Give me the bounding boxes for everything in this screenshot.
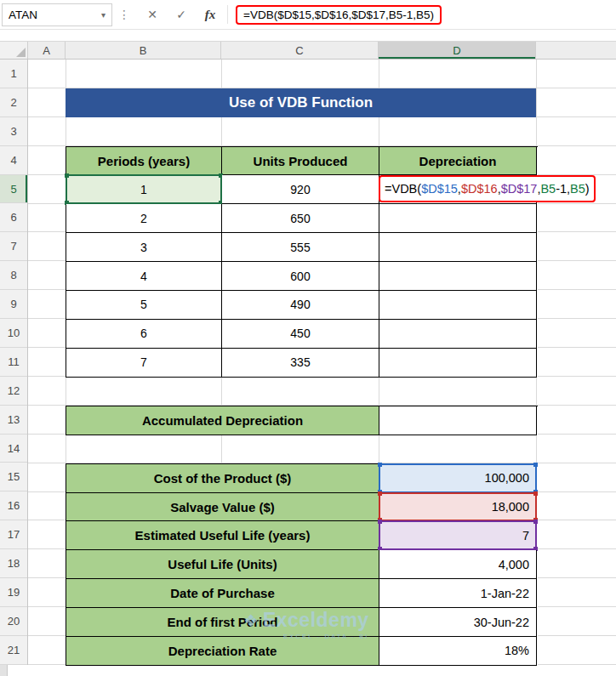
label-depreciation-rate-cell[interactable]: Depreciation Rate bbox=[66, 637, 379, 666]
row-header-12[interactable]: 12 bbox=[0, 377, 27, 406]
cell-value: 5 bbox=[140, 298, 147, 311]
cell-d6[interactable] bbox=[379, 204, 537, 233]
cell-value: 490 bbox=[290, 298, 310, 311]
header-periods-cell[interactable]: Periods (years) bbox=[66, 147, 222, 176]
label-cost-cell[interactable]: Cost of the Product ($) bbox=[66, 464, 379, 493]
cell-d21[interactable]: 18% bbox=[379, 637, 537, 666]
cell-d11[interactable] bbox=[379, 349, 537, 378]
cell-d7[interactable] bbox=[379, 233, 537, 262]
table-row: Date of Purchase 1-Jan-22 bbox=[66, 579, 538, 608]
table-row: 6 450 bbox=[66, 320, 538, 349]
cell-d18[interactable]: 4,000 bbox=[379, 550, 537, 579]
row-header-15[interactable]: 15 bbox=[0, 463, 27, 491]
cell-c10[interactable]: 450 bbox=[222, 320, 379, 349]
cell-b7[interactable]: 3 bbox=[66, 233, 222, 262]
row-header-3[interactable]: 3 bbox=[0, 117, 27, 146]
cancel-icon[interactable]: ✕ bbox=[138, 8, 167, 21]
row-header-19[interactable]: 19 bbox=[0, 578, 27, 607]
cell-b11[interactable]: 7 bbox=[66, 349, 222, 378]
cell-value: 1-Jan-22 bbox=[481, 587, 529, 600]
col-header-a[interactable]: A bbox=[28, 42, 66, 59]
row-header-10[interactable]: 10 bbox=[0, 319, 27, 348]
table-row: Accumulated Depreciation bbox=[66, 406, 538, 435]
cell-b10[interactable]: 6 bbox=[66, 320, 222, 349]
row-header-16[interactable]: 16 bbox=[0, 491, 27, 520]
formula-segment: $D$15 bbox=[421, 182, 458, 196]
cell-b5-selected[interactable]: 1 bbox=[66, 175, 222, 204]
row-header-4[interactable]: 4 bbox=[0, 146, 27, 175]
header-depreciation-cell[interactable]: Depreciation bbox=[379, 147, 537, 176]
column-headers: A B C D bbox=[0, 41, 616, 60]
cell-d16[interactable]: 18,000 bbox=[379, 493, 537, 522]
row-header-7[interactable]: 7 bbox=[0, 232, 27, 261]
row-header-2[interactable]: 2 bbox=[0, 88, 27, 117]
table-row: 2 650 bbox=[66, 204, 538, 233]
header-units-cell[interactable]: Units Produced bbox=[222, 147, 379, 176]
cell-value: 335 bbox=[290, 355, 310, 369]
col-header-d[interactable]: D bbox=[379, 42, 536, 59]
table-row: 7 335 bbox=[66, 349, 538, 378]
separator bbox=[227, 5, 228, 24]
formula-segment: $D$17 bbox=[501, 182, 538, 196]
row-header-20[interactable]: 20 bbox=[0, 607, 27, 636]
label-useful-life-years-cell[interactable]: Estimated Useful Life (years) bbox=[66, 521, 379, 550]
row-header-13[interactable]: 13 bbox=[0, 406, 27, 435]
cell-d8[interactable] bbox=[379, 262, 537, 291]
chevron-down-icon[interactable]: ▾ bbox=[101, 10, 106, 20]
active-cell-formula-overlay[interactable]: =VDB($D$15,$D$16,$D$17,B5-1,B5) bbox=[379, 175, 596, 202]
cell-d15[interactable]: 100,000 bbox=[379, 464, 537, 493]
row-header-6[interactable]: 6 bbox=[0, 203, 27, 232]
cell-b8[interactable]: 4 bbox=[66, 262, 222, 291]
table-row: 3 555 bbox=[66, 233, 538, 262]
table-row: End of first Period 30-Jun-22 bbox=[66, 608, 538, 637]
formula-segment: B5 bbox=[540, 182, 556, 196]
cell-value: 555 bbox=[290, 241, 310, 254]
formula-text: =VDB($D$15,$D$16,$D$17,B5-1,B5) bbox=[243, 9, 434, 21]
cell-c7[interactable]: 555 bbox=[222, 233, 379, 262]
title-banner-cell[interactable]: Use of VDB Function bbox=[66, 88, 536, 117]
col-header-c[interactable]: C bbox=[221, 42, 379, 59]
name-box-value: ATAN bbox=[9, 9, 37, 21]
cell-c6[interactable]: 650 bbox=[222, 204, 379, 233]
row-header-11[interactable]: 11 bbox=[0, 348, 27, 377]
row-header-5[interactable]: 5 bbox=[0, 175, 27, 204]
row-header-9[interactable]: 9 bbox=[0, 290, 27, 319]
cell-d9[interactable] bbox=[379, 291, 537, 320]
selection-handle[interactable] bbox=[533, 463, 538, 467]
row-header-1[interactable]: 1 bbox=[0, 60, 27, 88]
cell-value: 30-Jun-22 bbox=[474, 616, 529, 629]
row-header-21[interactable]: 21 bbox=[0, 636, 27, 665]
cell-d10[interactable] bbox=[379, 320, 537, 349]
select-all-triangle-icon bbox=[16, 48, 26, 57]
excel-window: ATAN ▾ ⋮ ✕ ✓ fx =VDB($D$15,$D$16,$D$17,B… bbox=[0, 0, 616, 676]
row-header-17[interactable]: 17 bbox=[0, 520, 27, 549]
row-header-14[interactable]: 14 bbox=[0, 435, 27, 463]
col-header-b[interactable]: B bbox=[66, 42, 221, 59]
label-salvage-cell[interactable]: Salvage Value ($) bbox=[66, 493, 379, 522]
cell-c5[interactable]: 920 bbox=[222, 175, 379, 204]
accumulated-depreciation-row: Accumulated Depreciation bbox=[66, 406, 538, 435]
enter-icon[interactable]: ✓ bbox=[167, 8, 196, 21]
cell-d20[interactable]: 30-Jun-22 bbox=[379, 608, 537, 637]
cell-b6[interactable]: 2 bbox=[66, 204, 222, 233]
cell-c11[interactable]: 335 bbox=[222, 349, 379, 378]
col-header-e[interactable] bbox=[536, 42, 616, 59]
label-purchase-date-cell[interactable]: Date of Purchase bbox=[66, 579, 379, 608]
cell-b9[interactable]: 5 bbox=[66, 291, 222, 320]
row-header-8[interactable]: 8 bbox=[0, 261, 27, 290]
formula-input[interactable]: =VDB($D$15,$D$16,$D$17,B5-1,B5) bbox=[231, 0, 616, 29]
cell-d17[interactable]: 7 bbox=[379, 521, 537, 550]
cell-value: 920 bbox=[290, 183, 310, 196]
cell-c9[interactable]: 490 bbox=[222, 291, 379, 320]
row-header-18[interactable]: 18 bbox=[0, 549, 27, 578]
cell-d19[interactable]: 1-Jan-22 bbox=[379, 579, 537, 608]
cell-c8[interactable]: 600 bbox=[222, 262, 379, 291]
label-useful-life-units-cell[interactable]: Useful Life (Units) bbox=[66, 550, 379, 579]
insert-function-icon[interactable]: fx bbox=[196, 8, 225, 22]
accumulated-label-cell[interactable]: Accumulated Depreciation bbox=[66, 406, 379, 435]
select-all-corner[interactable] bbox=[0, 42, 28, 59]
name-box[interactable]: ATAN ▾ bbox=[2, 3, 112, 26]
cell-d13[interactable] bbox=[379, 406, 537, 435]
table-row: Useful Life (Units) 4,000 bbox=[66, 550, 538, 579]
label-end-first-period-cell[interactable]: End of first Period bbox=[66, 608, 379, 637]
